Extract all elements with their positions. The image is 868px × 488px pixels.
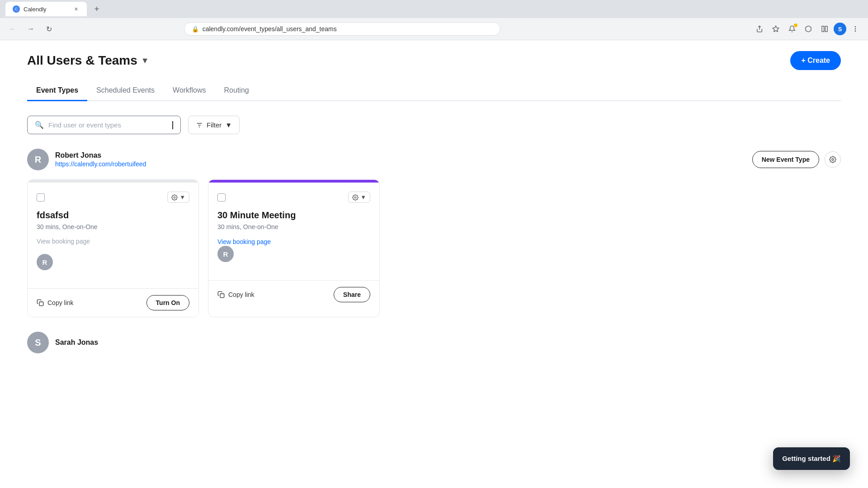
card-footer-fdsafsd: Copy link Turn On	[28, 288, 198, 317]
browser-titlebar: C Calendly ✕ +	[0, 0, 868, 18]
tab-close-button[interactable]: ✕	[72, 5, 80, 13]
svg-point-9	[832, 159, 834, 160]
share-toolbar-icon[interactable]	[752, 22, 767, 36]
cursor-line	[172, 121, 173, 129]
card-avatar-30min: R	[217, 246, 234, 262]
toolbar-actions: S	[752, 22, 863, 36]
new-tab-button[interactable]: +	[90, 3, 103, 15]
lock-icon: 🔒	[192, 26, 199, 33]
copy-link-button-30min[interactable]: Copy link	[217, 289, 255, 300]
tab-workflows[interactable]: Workflows	[164, 81, 215, 101]
card-gear-icon-30min	[352, 194, 359, 201]
share-button-30min[interactable]: Share	[334, 287, 370, 302]
user-name-robert: Robert Jonas	[55, 151, 146, 160]
tab-event-types[interactable]: Event Types	[27, 81, 87, 101]
search-filter-row: 🔍 Filter ▼	[27, 116, 841, 134]
browser-toolbar: ← → ↻ 🔒 calendly.com/event_types/all_use…	[0, 18, 868, 40]
split-view-icon[interactable]	[817, 22, 832, 36]
extensions-icon[interactable]	[801, 22, 816, 36]
card-checkbox-30min[interactable]	[217, 193, 226, 202]
search-input[interactable]	[48, 121, 168, 129]
svg-rect-13	[220, 294, 224, 298]
profile-avatar[interactable]: S	[834, 23, 846, 35]
copy-icon-30min	[217, 291, 225, 298]
copy-link-button-fdsafsd[interactable]: Copy link	[37, 297, 74, 308]
event-title-fdsafsd: fdsafsd	[37, 210, 189, 221]
card-settings-chevron-30min: ▼	[360, 194, 366, 201]
getting-started-toast[interactable]: Getting started 🎉	[773, 447, 850, 470]
forward-button[interactable]: →	[24, 22, 38, 36]
event-title-30min: 30 Minute Meeting	[217, 210, 370, 221]
card-avatar-fdsafsd: R	[37, 254, 53, 270]
user-details-sarah: Sarah Jonas	[55, 338, 98, 347]
svg-point-12	[354, 197, 356, 198]
browser-tab[interactable]: C Calendly ✕	[5, 2, 87, 16]
card-checkbox-fdsafsd[interactable]	[37, 193, 45, 202]
page-title: All Users & Teams	[27, 53, 137, 68]
turn-on-button-fdsafsd[interactable]: Turn On	[146, 295, 189, 310]
copy-icon	[37, 299, 44, 306]
notification-icon[interactable]	[785, 22, 799, 36]
tab-title: Calendly	[24, 6, 47, 13]
card-footer-30min: Copy link Share	[208, 280, 379, 309]
card-gear-icon	[171, 194, 178, 201]
user-header-sarah: S Sarah Jonas	[27, 332, 841, 353]
event-booking-link-30min[interactable]: View booking page	[217, 238, 271, 245]
tabs-nav: Event Types Scheduled Events Workflows R…	[27, 81, 841, 101]
search-icon: 🔍	[35, 121, 44, 129]
card-body-fdsafsd: ▼ fdsafsd 30 mins, One-on-One View booki…	[28, 183, 198, 288]
title-dropdown-icon[interactable]: ▼	[141, 56, 149, 66]
card-header-fdsafsd: ▼	[37, 192, 189, 203]
user-avatar-sarah: S	[27, 332, 49, 353]
menu-icon[interactable]	[848, 22, 863, 36]
user-name-sarah: Sarah Jonas	[55, 338, 98, 347]
page-header: All Users & Teams ▼ + Create	[27, 51, 841, 70]
page-title-wrap: All Users & Teams ▼	[27, 53, 149, 68]
reload-button[interactable]: ↻	[42, 22, 56, 36]
user-header-robert: R Robert Jonas https://calendly.com/robe…	[27, 149, 841, 170]
user-info-sarah: S Sarah Jonas	[27, 332, 98, 353]
card-settings-chevron: ▼	[179, 194, 185, 201]
event-card-30min: ▼ 30 Minute Meeting 30 mins, One-on-One …	[208, 179, 380, 317]
create-button[interactable]: + Create	[790, 51, 841, 70]
tab-favicon: C	[13, 5, 20, 13]
filter-button[interactable]: Filter ▼	[188, 116, 240, 134]
event-booking-link-fdsafsd: View booking page	[37, 238, 189, 245]
bookmark-icon[interactable]	[769, 22, 783, 36]
url-text: calendly.com/event_types/all_users_and_t…	[203, 25, 493, 33]
tab-routing[interactable]: Routing	[215, 81, 258, 101]
user-section-sarah-partial: S Sarah Jonas	[27, 332, 841, 353]
svg-point-5	[855, 31, 855, 31]
svg-point-4	[855, 28, 855, 29]
back-button[interactable]: ←	[5, 22, 20, 36]
user-info-robert: R Robert Jonas https://calendly.com/robe…	[27, 149, 146, 170]
page-content: All Users & Teams ▼ + Create Event Types…	[0, 40, 868, 488]
browser-chrome: C Calendly ✕ + ← → ↻ 🔒 calendly.com/even…	[0, 0, 868, 40]
event-cards-grid: ▼ fdsafsd 30 mins, One-on-One View booki…	[27, 179, 841, 317]
filter-icon	[196, 122, 203, 129]
tab-scheduled-events[interactable]: Scheduled Events	[87, 81, 164, 101]
new-event-type-button[interactable]: New Event Type	[752, 151, 819, 168]
card-header-30min: ▼	[217, 192, 370, 203]
notification-badge	[794, 23, 797, 27]
event-meta-fdsafsd: 30 mins, One-on-One	[37, 223, 189, 230]
svg-rect-11	[39, 302, 43, 306]
svg-rect-1	[822, 26, 824, 32]
svg-point-10	[174, 197, 175, 198]
event-meta-30min: 30 mins, One-on-One	[217, 223, 370, 230]
svg-point-3	[855, 27, 855, 27]
user-details-robert: Robert Jonas https://calendly.com/robert…	[55, 151, 146, 168]
user-actions-robert: New Event Type	[752, 151, 841, 168]
user-profile-link-robert[interactable]: https://calendly.com/robertuifeed	[55, 160, 146, 168]
svg-marker-0	[773, 26, 778, 32]
event-card-fdsafsd: ▼ fdsafsd 30 mins, One-on-One View booki…	[27, 179, 199, 317]
filter-chevron-icon: ▼	[225, 121, 232, 129]
search-box[interactable]: 🔍	[27, 116, 181, 134]
card-body-30min: ▼ 30 Minute Meeting 30 mins, One-on-One …	[208, 183, 379, 280]
address-bar[interactable]: 🔒 calendly.com/event_types/all_users_and…	[184, 22, 500, 36]
user-section-robert: R Robert Jonas https://calendly.com/robe…	[27, 149, 841, 317]
card-settings-button-fdsafsd[interactable]: ▼	[167, 192, 189, 203]
card-settings-button-30min[interactable]: ▼	[348, 192, 370, 203]
user-settings-icon[interactable]	[825, 151, 841, 168]
svg-rect-2	[825, 26, 827, 32]
